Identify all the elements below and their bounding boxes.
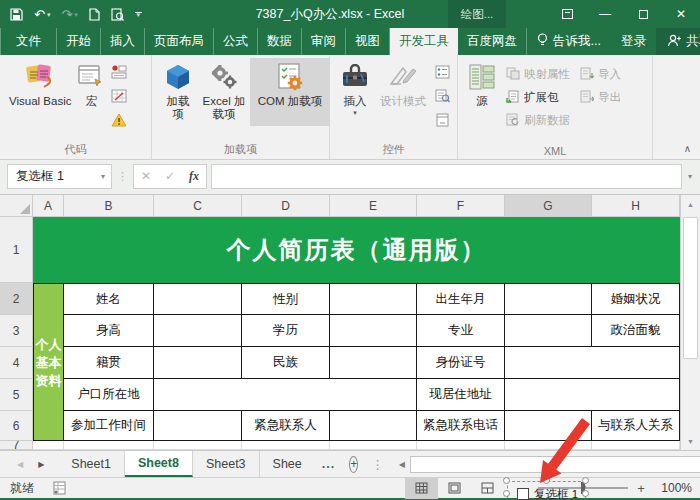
cell-c5-e5[interactable]: [154, 379, 417, 411]
cell-d3[interactable]: 学历: [242, 315, 330, 347]
selection-handle[interactable]: [503, 490, 510, 497]
cell-h7[interactable]: [592, 441, 680, 450]
next-sheet-icon[interactable]: ▶: [38, 460, 44, 469]
horizontal-scrollbar[interactable]: ◀ ▶: [394, 455, 700, 473]
tab-data[interactable]: 数据: [258, 28, 302, 55]
cell-b4[interactable]: 籍贯: [64, 347, 154, 379]
cell-e6[interactable]: [330, 411, 417, 441]
column-header-e[interactable]: E: [330, 195, 417, 217]
tab-developer[interactable]: 开发工具: [390, 28, 458, 55]
row-header-4[interactable]: 4: [0, 347, 33, 379]
macros-button[interactable]: 宏: [74, 58, 108, 108]
vertical-scroll-thumb[interactable]: [683, 217, 698, 359]
formula-input[interactable]: [211, 164, 682, 189]
cell-f6[interactable]: 紧急联系电话: [417, 411, 505, 441]
tab-insert[interactable]: 插入: [101, 28, 145, 55]
cell-d4[interactable]: 民族: [242, 347, 330, 379]
cell-b3[interactable]: 身高: [64, 315, 154, 347]
com-addins-button[interactable]: COM 加载项: [250, 58, 330, 126]
minimize-button[interactable]: —: [586, 0, 624, 28]
cell-e3[interactable]: [330, 315, 417, 347]
cell-h6[interactable]: 与联系人关系: [592, 411, 680, 441]
side-label-cell[interactable]: 个人 基本 资料: [33, 283, 64, 441]
cell-g3[interactable]: [505, 315, 592, 347]
vertical-scrollbar[interactable]: ▲ ▼: [680, 195, 700, 450]
horizontal-scroll-thumb[interactable]: [410, 456, 700, 473]
tab-review[interactable]: 审阅: [302, 28, 346, 55]
resume-title-cell[interactable]: 个人简历表（通用版）: [33, 217, 680, 283]
view-code-icon[interactable]: [435, 89, 450, 106]
column-header-d[interactable]: D: [242, 195, 330, 217]
cell-h2[interactable]: 婚姻状况: [592, 283, 680, 315]
cell-g7[interactable]: [505, 441, 592, 450]
cell-e2[interactable]: [330, 283, 417, 315]
properties-icon[interactable]: [435, 65, 450, 82]
cell-g6[interactable]: [505, 411, 592, 441]
row-header-7[interactable]: 7: [0, 441, 33, 450]
sign-in-button[interactable]: 登录: [611, 33, 656, 50]
checkbox-icon[interactable]: [517, 488, 529, 500]
hscroll-left-icon[interactable]: ◀: [394, 460, 410, 469]
cell-d6[interactable]: 紧急联系人: [242, 411, 330, 441]
tell-me-button[interactable]: 告诉我...: [527, 33, 611, 50]
cell-b5[interactable]: 户口所在地: [64, 379, 154, 411]
excel-addins-button[interactable]: Excel 加载项: [198, 58, 250, 121]
cell-f7[interactable]: [417, 441, 505, 450]
cell-e7[interactable]: [330, 441, 417, 450]
new-document-icon[interactable]: [89, 8, 100, 21]
new-sheet-button[interactable]: +: [349, 456, 358, 473]
cell-c4[interactable]: [154, 347, 242, 379]
sheet-tab-clipped[interactable]: Shee: [260, 451, 315, 477]
page-layout-view-button[interactable]: [438, 478, 471, 499]
undo-dropdown-icon[interactable]: ▾: [47, 11, 51, 18]
name-box[interactable]: 复选框 1 ▾: [7, 164, 112, 189]
cell-b6[interactable]: 参加工作时间: [64, 411, 154, 441]
cell-g4-h4[interactable]: [505, 347, 680, 379]
tab-page-layout[interactable]: 页面布局: [145, 28, 214, 55]
run-dialog-icon[interactable]: [435, 113, 450, 130]
tab-formulas[interactable]: 公式: [214, 28, 258, 55]
cell-a7[interactable]: [33, 441, 64, 450]
cell-c7[interactable]: [154, 441, 242, 450]
tab-view[interactable]: 视图: [346, 28, 390, 55]
selection-handle[interactable]: [582, 477, 589, 484]
selection-handle[interactable]: [503, 477, 510, 484]
name-box-dropdown-icon[interactable]: ▾: [95, 172, 111, 181]
expansion-packs-button[interactable]: 扩展包: [506, 90, 570, 105]
insert-control-button[interactable]: 插入 ▾: [336, 58, 374, 117]
sheet-tab-sheet3[interactable]: Sheet3: [193, 451, 260, 477]
zoom-level[interactable]: 100%: [650, 481, 692, 495]
tab-file[interactable]: 文件: [0, 28, 57, 55]
normal-view-button[interactable]: [405, 478, 438, 499]
cell-d7[interactable]: [242, 441, 330, 450]
addins-button[interactable]: 加载项: [158, 58, 198, 121]
cell-c6[interactable]: [154, 411, 242, 441]
customize-qat-icon[interactable]: ▾: [135, 12, 142, 17]
zoom-in-icon[interactable]: +: [632, 481, 650, 496]
formula-bar-resize-dots[interactable]: ⋮: [112, 170, 133, 183]
tab-baidu-netdisk[interactable]: 百度网盘: [458, 28, 527, 55]
undo-button[interactable]: ↶▾: [34, 8, 50, 21]
column-header-f[interactable]: F: [417, 195, 505, 217]
relative-references-icon[interactable]: [111, 89, 127, 106]
cell-b7[interactable]: [64, 441, 154, 450]
maximize-button[interactable]: [624, 0, 662, 28]
sheet-tab-sheet8[interactable]: Sheet8: [125, 451, 193, 477]
column-header-a[interactable]: A: [33, 195, 64, 217]
row-header-2[interactable]: 2: [0, 283, 33, 315]
cell-h3[interactable]: 政治面貌: [592, 315, 680, 347]
row-header-1[interactable]: 1: [0, 217, 33, 283]
cell-g5-h5[interactable]: [505, 379, 680, 411]
cell-c2[interactable]: [154, 283, 242, 315]
sheet-tab-sheet1[interactable]: Sheet1: [58, 451, 125, 477]
cell-f4[interactable]: 身份证号: [417, 347, 505, 379]
row-header-3[interactable]: 3: [0, 315, 33, 347]
cell-g2[interactable]: [505, 283, 592, 315]
expand-formula-bar-icon[interactable]: ▾: [682, 172, 698, 181]
visual-basic-button[interactable]: Visual Basic: [6, 58, 74, 108]
insert-function-icon[interactable]: fx: [182, 169, 206, 184]
row-header-6[interactable]: 6: [0, 411, 33, 441]
record-macro-status-icon[interactable]: [52, 481, 67, 495]
row-header-5[interactable]: 5: [0, 379, 33, 411]
macro-security-warning-icon[interactable]: [111, 113, 127, 130]
